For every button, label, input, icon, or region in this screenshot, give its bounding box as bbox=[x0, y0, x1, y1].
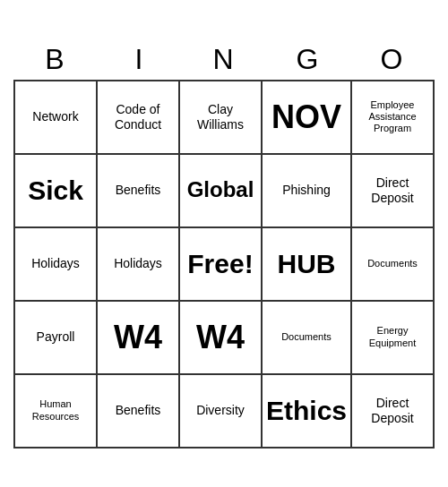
cell-text: W4 bbox=[196, 318, 245, 356]
bingo-cell-2-4: Documents bbox=[352, 228, 435, 302]
cell-text: Phishing bbox=[282, 183, 331, 198]
cell-text: Network bbox=[32, 109, 78, 124]
cell-text: Energy Equipment bbox=[356, 325, 429, 348]
cell-text: Clay Williams bbox=[184, 102, 257, 132]
cell-text: Holidays bbox=[31, 256, 80, 271]
bingo-cell-0-1: Code of Conduct bbox=[98, 81, 180, 155]
bingo-grid: NetworkCode of ConductClay WilliamsNOVEm… bbox=[13, 80, 435, 449]
bingo-cell-2-1: Holidays bbox=[98, 228, 180, 302]
bingo-cell-4-2: Diversity bbox=[180, 375, 263, 449]
bingo-cell-1-0: Sick bbox=[15, 155, 98, 228]
header-letter: N bbox=[182, 39, 266, 80]
cell-text: Benefits bbox=[116, 183, 161, 198]
cell-text: Payroll bbox=[37, 329, 75, 345]
header-letter: O bbox=[350, 39, 435, 80]
bingo-cell-4-3: Ethics bbox=[263, 375, 352, 449]
bingo-cell-2-0: Holidays bbox=[15, 228, 98, 302]
bingo-cell-3-3: Documents bbox=[263, 302, 352, 375]
cell-text: NOV bbox=[271, 98, 341, 136]
cell-text: Employee Assistance Program bbox=[356, 99, 429, 135]
bingo-cell-1-3: Phishing bbox=[263, 155, 352, 228]
cell-text: Free! bbox=[187, 248, 253, 280]
bingo-cell-4-1: Benefits bbox=[98, 375, 180, 449]
bingo-cell-0-4: Employee Assistance Program bbox=[352, 81, 435, 155]
cell-text: Benefits bbox=[116, 403, 161, 418]
bingo-cell-1-1: Benefits bbox=[98, 155, 180, 228]
cell-text: Diversity bbox=[196, 403, 245, 418]
bingo-header: BINGO bbox=[13, 39, 435, 80]
bingo-cell-4-0: Human Resources bbox=[15, 375, 98, 449]
bingo-cell-4-4: Direct Deposit bbox=[352, 375, 435, 449]
bingo-cell-1-2: Global bbox=[180, 155, 263, 228]
bingo-cell-0-2: Clay Williams bbox=[180, 81, 263, 155]
bingo-cell-2-3: HUB bbox=[263, 228, 352, 302]
bingo-cell-0-0: Network bbox=[15, 81, 98, 155]
header-letter: B bbox=[13, 39, 98, 80]
cell-text: Holidays bbox=[114, 256, 162, 271]
bingo-cell-3-0: Payroll bbox=[15, 302, 98, 375]
bingo-cell-3-2: W4 bbox=[180, 302, 263, 375]
bingo-cell-3-1: W4 bbox=[98, 302, 180, 375]
cell-text: Documents bbox=[367, 258, 418, 269]
cell-text: Code of Conduct bbox=[101, 102, 175, 132]
header-letter: G bbox=[266, 39, 350, 80]
bingo-cell-1-4: Direct Deposit bbox=[352, 155, 435, 228]
bingo-cell-0-3: NOV bbox=[263, 81, 352, 155]
cell-text: HUB bbox=[277, 248, 335, 280]
header-letter: I bbox=[98, 39, 182, 80]
bingo-card: BINGO NetworkCode of ConductClay William… bbox=[13, 39, 435, 449]
bingo-cell-2-2: Free! bbox=[180, 228, 263, 302]
cell-text: Direct Deposit bbox=[356, 175, 429, 206]
cell-text: Ethics bbox=[266, 395, 347, 427]
cell-text: Sick bbox=[28, 175, 83, 207]
bingo-cell-3-4: Energy Equipment bbox=[352, 302, 435, 375]
cell-text: Documents bbox=[281, 331, 332, 343]
cell-text: Direct Deposit bbox=[356, 396, 429, 426]
cell-text: W4 bbox=[114, 318, 162, 356]
cell-text: Global bbox=[187, 177, 254, 203]
cell-text: Human Resources bbox=[19, 398, 92, 422]
